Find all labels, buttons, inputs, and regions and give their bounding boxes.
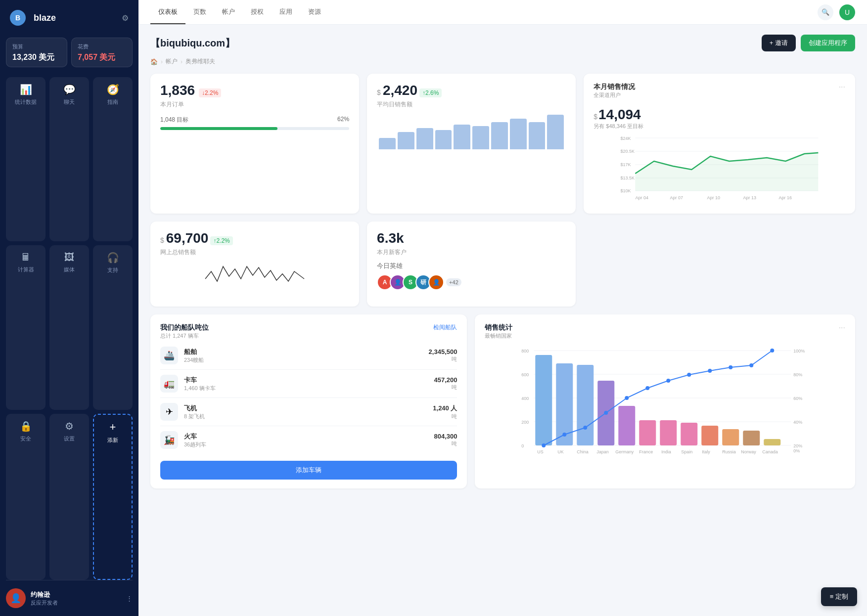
fleet-item-truck: 🚛 卡车 1,460 辆卡车 457,200 吨 — [160, 370, 457, 398]
support-label: 支持 — [107, 266, 118, 274]
tab-pages[interactable]: 页数 — [185, 0, 214, 24]
media-icon: 🖼 — [64, 252, 74, 263]
bar-10 — [547, 115, 564, 149]
budget-value: 13,230 美元 — [12, 52, 61, 62]
svg-text:Japan: Japan — [597, 449, 609, 454]
invite-button[interactable]: + 邀请 — [762, 35, 796, 51]
online-sales-card: $ 69,700 ↑2.2% 网上总销售额 — [150, 221, 359, 307]
user-info: 约翰逊 反应开发者 — [31, 590, 121, 607]
support-icon: 🎧 — [107, 252, 119, 264]
svg-text:China: China — [577, 449, 589, 454]
svg-text:Apr 04: Apr 04 — [636, 195, 649, 200]
calculator-icon: 🖩 — [21, 252, 31, 263]
chat-icon: 💬 — [63, 84, 76, 95]
svg-text:$10K: $10K — [621, 188, 631, 193]
sidebar-footer: 👤 约翰逊 反应开发者 ⋮ — [6, 580, 133, 608]
target-pct: 62% — [337, 116, 349, 124]
bar-1 — [379, 138, 396, 149]
add-icon: + — [110, 421, 116, 434]
wave-chart — [160, 257, 349, 296]
train-value: 804,300 吨 — [434, 433, 457, 447]
stats-icon: 📊 — [20, 84, 32, 95]
svg-point-43 — [771, 349, 775, 352]
sidebar-item-settings[interactable]: ⚙ 设置 — [49, 414, 89, 580]
monthly-line-chart: $24K $20.5K $17K $13.5K $10K — [593, 134, 845, 203]
tab-dashboard[interactable]: 仪表板 — [150, 0, 185, 24]
sidebar-item-stats[interactable]: 📊 统计数据 — [6, 77, 46, 241]
tab-apps[interactable]: 应用 — [272, 0, 300, 24]
svg-point-42 — [750, 363, 754, 367]
page-header: 【biqubiqu.com】 + 邀请 创建应用程序 — [150, 35, 855, 51]
sales-stats-title: 销售统计 — [485, 323, 512, 332]
fleet-item-train: 🚂 火车 36趟列车 804,300 吨 — [160, 426, 457, 454]
orders-change: ↓2.2% — [199, 88, 221, 97]
tab-resources[interactable]: 资源 — [300, 0, 329, 24]
search-button[interactable]: 🔍 — [818, 4, 833, 20]
truck-name: 卡车 — [184, 376, 428, 385]
train-name: 火车 — [184, 432, 428, 441]
svg-text:Spain: Spain — [682, 449, 693, 454]
guide-icon: 🧭 — [107, 84, 119, 95]
train-number: 804,300 — [434, 433, 457, 440]
security-icon: 🔒 — [20, 420, 32, 432]
nav-grid: 📊 统计数据 💬 聊天 🧭 指南 🖩 计算器 🖼 媒体 🎧 支持 🔒 安全 ⚙ — [6, 77, 133, 580]
svg-text:Apr 13: Apr 13 — [743, 195, 757, 200]
bar-Norway — [743, 431, 760, 445]
add-vehicle-button[interactable]: 添加车辆 — [160, 461, 457, 480]
user-avatar-small[interactable]: U — [839, 4, 855, 20]
sidebar-item-media[interactable]: 🖼 媒体 — [49, 245, 89, 409]
svg-text:India: India — [662, 449, 672, 454]
bar-China — [577, 365, 594, 445]
progress-fill — [160, 127, 277, 130]
budget-label: 预算 — [12, 43, 61, 50]
tab-account[interactable]: 帐户 — [214, 0, 243, 24]
svg-text:UK: UK — [558, 449, 564, 454]
progress-bar — [160, 127, 349, 130]
avg-sales-card: $ 2,420 ↑2.6% 平均日销售额 — [367, 74, 576, 214]
tab-auth[interactable]: 授权 — [243, 0, 272, 24]
expense-card: 花费 7,057 美元 — [71, 38, 133, 67]
sales-stats-header: 销售统计 最畅销国家 ··· — [485, 323, 845, 340]
svg-text:Norway: Norway — [741, 449, 757, 454]
monthly-sub: 全渠道用户 — [593, 91, 635, 99]
svg-text:Russia: Russia — [723, 449, 736, 454]
truck-value: 457,200 吨 — [434, 376, 457, 391]
monthly-more-icon[interactable]: ··· — [839, 83, 845, 91]
avg-sales-value: 2,420 — [383, 83, 417, 98]
sidebar-item-support[interactable]: 🎧 支持 — [93, 245, 133, 409]
bottom-grid: 我们的船队吨位 总计 1,247 辆车 检阅船队 🚢 船舶 234艘船 2,34… — [150, 314, 855, 488]
svg-text:Apr 16: Apr 16 — [779, 195, 792, 200]
create-app-button[interactable]: 创建应用程序 — [801, 35, 855, 51]
breadcrumb-account[interactable]: 帐户 — [166, 57, 178, 66]
bar-2 — [398, 132, 414, 149]
settings-nav-icon: ⚙ — [65, 420, 74, 432]
monthly-note: 另有 $48,346 至目标 — [593, 123, 845, 130]
bar-US — [536, 355, 552, 445]
online-sales-value: 69,700 — [166, 230, 209, 246]
train-unit: 吨 — [434, 440, 457, 447]
page-content: 【biqubiqu.com】 + 邀请 创建应用程序 🏠 › 帐户 › 奥弗维耶… — [138, 25, 867, 616]
view-fleet-link[interactable]: 检阅船队 — [433, 323, 457, 332]
sidebar-item-calculator[interactable]: 🖩 计算器 — [6, 245, 46, 409]
sidebar-item-add[interactable]: + 添新 — [93, 414, 133, 580]
user-more-icon[interactable]: ⋮ — [126, 595, 133, 602]
sales-stats-card: 销售统计 最畅销国家 ··· 800 600 400 200 0 100% 80… — [475, 314, 855, 488]
sales-stats-more-icon[interactable]: ··· — [839, 323, 845, 332]
customize-button[interactable]: ≡ 定制 — [821, 587, 857, 606]
svg-point-37 — [646, 386, 650, 390]
sidebar-item-security[interactable]: 🔒 安全 — [6, 414, 46, 580]
plane-name: 飞机 — [184, 404, 427, 413]
sidebar-item-chat[interactable]: 💬 聊天 — [49, 77, 89, 241]
breadcrumb-home[interactable]: 🏠 — [150, 58, 158, 65]
new-customers-card: 6.3k 本月新客户 今日英雄 A 👤 S 研 👤 +42 — [367, 221, 576, 307]
bar-5 — [454, 125, 470, 149]
plane-info: 飞机 8 架飞机 — [184, 404, 427, 420]
bar-Italy — [702, 426, 719, 445]
new-customers-value: 6.3k — [377, 230, 566, 246]
settings-icon[interactable]: ⚙ — [122, 13, 129, 23]
svg-text:100%: 100% — [794, 349, 805, 353]
sidebar-item-guide[interactable]: 🧭 指南 — [93, 77, 133, 241]
stats-label: 统计数据 — [15, 98, 37, 106]
ship-icon: 🚢 — [160, 347, 178, 364]
user-role: 反应开发者 — [31, 599, 121, 607]
